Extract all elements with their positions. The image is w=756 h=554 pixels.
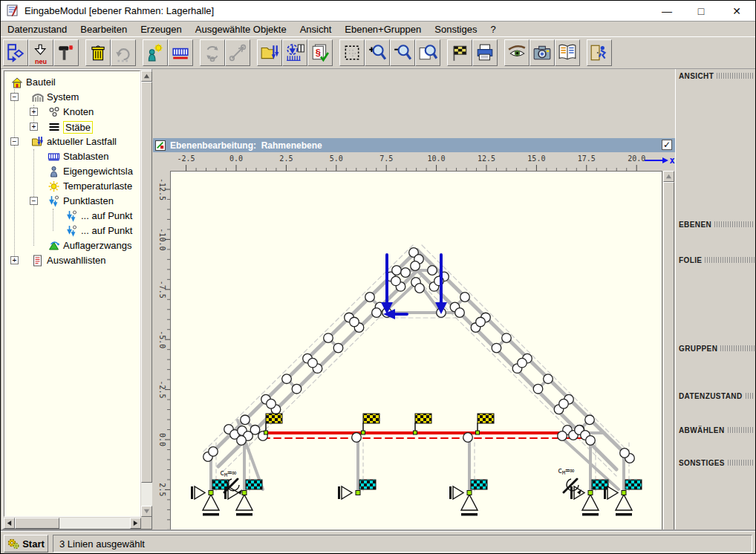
support-icon bbox=[48, 240, 60, 252]
preview-eye-icon bbox=[507, 43, 527, 62]
material-icon bbox=[146, 43, 165, 62]
toolbar-workflow-button[interactable] bbox=[3, 39, 28, 66]
temperature-icon bbox=[48, 180, 60, 192]
toolbar-catalog-button[interactable] bbox=[555, 39, 580, 66]
delete-icon bbox=[88, 43, 108, 62]
zoom-in-icon bbox=[368, 43, 387, 62]
status-message: 3 Linien ausgewählt bbox=[53, 535, 752, 553]
scroll-left-icon[interactable] bbox=[4, 518, 15, 529]
tree-item--auf-punkt[interactable]: ... auf Punkt bbox=[4, 209, 140, 223]
toolbar-preview-eye-button[interactable] bbox=[504, 39, 529, 66]
menu-sonstiges[interactable]: Sonstiges bbox=[428, 22, 483, 36]
plane-visible-checkbox[interactable]: ✓ bbox=[662, 140, 672, 150]
section-sonstiges: SONSTIGES bbox=[679, 459, 755, 466]
menu-datenzustand[interactable]: Datenzustand bbox=[1, 22, 74, 36]
tree-item-label: Stäbe bbox=[63, 121, 93, 134]
start-button[interactable]: Start bbox=[4, 535, 48, 553]
tree-expander-icon[interactable]: − bbox=[30, 197, 38, 205]
tree-vscroll-thumb[interactable] bbox=[141, 82, 152, 483]
toolbar-rotate-button[interactable] bbox=[200, 39, 225, 66]
load-import-icon bbox=[285, 43, 304, 62]
tree-item-stablasten[interactable]: Stablasten bbox=[4, 150, 140, 163]
tree-item-aktueller-lastfall[interactable]: −aktueller Lastfall bbox=[4, 135, 140, 149]
toolbar-paragraph-check-button[interactable]: § bbox=[307, 39, 333, 66]
toolbar-snapshot-button[interactable] bbox=[529, 39, 555, 66]
point-load-icon bbox=[65, 210, 78, 222]
minimize-button[interactable]: — bbox=[650, 1, 684, 22]
tree-vertical-scrollbar[interactable] bbox=[141, 71, 152, 517]
side-panel: ANSICHT numerisch EBENEN 3D Darstellung bbox=[675, 69, 756, 529]
tree-hscroll-thumb[interactable] bbox=[15, 518, 59, 529]
menu-ausgew-hlte-objekte[interactable]: Ausgewählte Objekte bbox=[189, 22, 293, 36]
loadcase-icon bbox=[31, 136, 44, 148]
tree-expander-icon[interactable]: + bbox=[30, 123, 38, 131]
tree-item-label: Stablasten bbox=[63, 151, 108, 162]
hruler-label: 10.0 bbox=[428, 154, 446, 163]
toolbar-load-import-button[interactable] bbox=[282, 39, 307, 66]
toolbar-zoom-in-button[interactable] bbox=[365, 39, 390, 66]
app-icon bbox=[7, 4, 19, 17]
toolbar-segment-button[interactable] bbox=[225, 39, 250, 66]
toolbar-select-rect-button[interactable] bbox=[339, 39, 365, 66]
canvas-vscroll-thumb[interactable] bbox=[663, 182, 674, 554]
tree-item-stäbe[interactable]: +Stäbe bbox=[4, 120, 140, 134]
group-flag-icon bbox=[478, 414, 494, 423]
toolbar-delete-button[interactable] bbox=[85, 39, 111, 66]
toolbar-material-button[interactable] bbox=[143, 39, 168, 66]
vertical-ruler: -12.5-10.0-7.5-5.0-2.50.02.55.0y bbox=[153, 171, 170, 554]
tree-item-system[interactable]: −System bbox=[4, 91, 140, 104]
main-area: Bauteil−System+Knoten+Stäbe−aktueller La… bbox=[1, 69, 755, 531]
menu-ebenen-gruppen[interactable]: Ebenen+Gruppen bbox=[338, 22, 428, 36]
menu--[interactable]: ? bbox=[483, 22, 502, 36]
toolbar-zoom-window-button[interactable] bbox=[415, 39, 440, 66]
tree-expander-icon[interactable]: − bbox=[10, 93, 19, 101]
scroll-down-icon[interactable] bbox=[141, 506, 152, 517]
toolbar-print-button[interactable] bbox=[472, 39, 498, 66]
toolbar-zoom-out-button[interactable] bbox=[390, 39, 415, 66]
tree-horizontal-scrollbar[interactable] bbox=[4, 518, 141, 529]
tree-expander-icon[interactable]: + bbox=[10, 256, 19, 264]
drawing-canvas[interactable]: cM=∞cM=∞ bbox=[170, 171, 662, 554]
support-node bbox=[356, 491, 360, 495]
close-button[interactable]: ✕ bbox=[720, 1, 754, 22]
svg-text:§: § bbox=[316, 47, 321, 58]
horizontal-ruler: -2.50.02.55.07.510.012.515.017.520.0x bbox=[153, 152, 677, 171]
tree-item-auswahllisten[interactable]: +Auswahllisten bbox=[4, 254, 140, 267]
toolbar-finish-flag-button[interactable] bbox=[447, 39, 472, 66]
tree-item-punktlasten[interactable]: −Punktlasten bbox=[4, 195, 140, 208]
scroll-up-icon[interactable] bbox=[663, 171, 674, 182]
selected-members[interactable] bbox=[263, 433, 587, 438]
maximize-button[interactable]: □ bbox=[684, 1, 718, 22]
hruler-label: 0.0 bbox=[229, 154, 243, 163]
toolbar-load-folder-button[interactable] bbox=[257, 39, 282, 66]
tree-item-temperaturlaste[interactable]: Temperaturlaste bbox=[4, 180, 140, 193]
tree-item-eigengewichtsla[interactable]: Eigengewichtsla bbox=[4, 165, 140, 178]
toolbar-hammer-button[interactable] bbox=[53, 39, 79, 66]
menu-erzeugen[interactable]: Erzeugen bbox=[134, 22, 189, 36]
menu-ansicht[interactable]: Ansicht bbox=[293, 22, 339, 36]
menu-bearbeiten[interactable]: Bearbeiten bbox=[74, 22, 134, 36]
tree-item--auf-punkt[interactable]: ... auf Punkt bbox=[4, 224, 140, 238]
tree-item-knoten[interactable]: +Knoten bbox=[4, 105, 140, 119]
hruler-label: 7.5 bbox=[379, 154, 393, 163]
hruler-label: 5.0 bbox=[330, 154, 343, 163]
tree-item-label: Punktlasten bbox=[63, 195, 114, 206]
tree-expander-icon[interactable]: − bbox=[10, 137, 19, 146]
scroll-up-icon[interactable] bbox=[141, 71, 152, 82]
status-bar: Start 3 Linien ausgewählt bbox=[1, 531, 755, 554]
tree-item-bauteil[interactable]: Bauteil bbox=[4, 76, 140, 89]
scroll-right-icon[interactable] bbox=[130, 518, 141, 529]
toolbar-exit-button[interactable] bbox=[587, 39, 612, 66]
toolbar-new-button[interactable]: neu bbox=[28, 39, 53, 66]
hruler-label: 15.0 bbox=[527, 154, 545, 163]
toolbar-member-load-button[interactable] bbox=[168, 39, 193, 66]
support-flag-icon bbox=[246, 480, 262, 489]
support-node bbox=[467, 491, 472, 495]
tree-item-label: ... auf Punkt bbox=[81, 225, 132, 236]
canvas-vertical-scrollbar[interactable] bbox=[663, 171, 674, 554]
tree-item-auflagerzwangs[interactable]: Auflagerzwangs bbox=[4, 239, 140, 252]
segment-icon bbox=[228, 43, 247, 62]
tree-expander-icon[interactable]: + bbox=[30, 108, 38, 116]
workflow-icon bbox=[6, 43, 25, 62]
toolbar-undo-button[interactable] bbox=[111, 39, 136, 66]
